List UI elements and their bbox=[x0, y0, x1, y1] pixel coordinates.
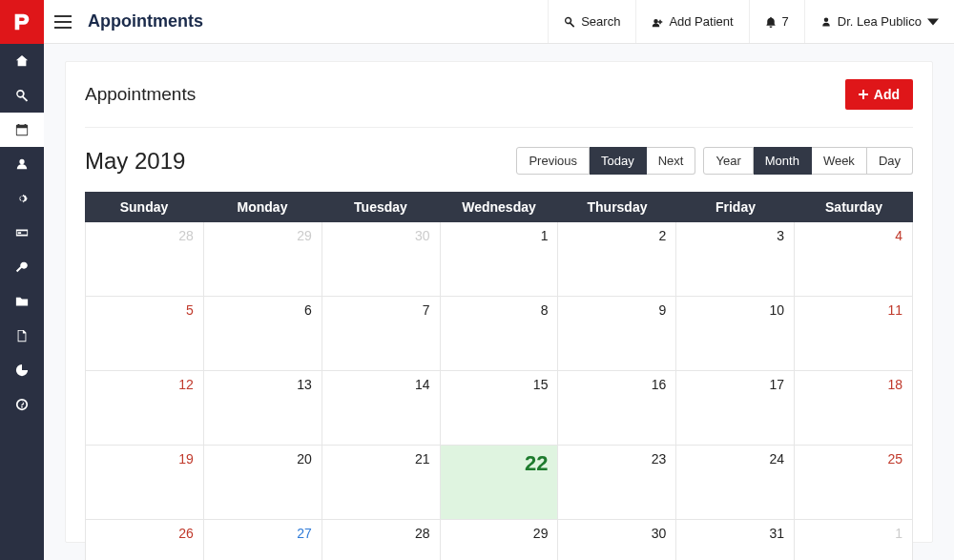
calendar-day-cell[interactable]: 13 bbox=[204, 371, 322, 446]
calendar-day-cell[interactable]: 11 bbox=[795, 297, 913, 371]
topbar: Appointments Search Add Patient 7 Dr. Le… bbox=[44, 0, 954, 44]
day-number: 28 bbox=[415, 526, 430, 541]
calendar-day-cell[interactable]: 28 bbox=[322, 520, 441, 560]
sidebar-item-documents[interactable] bbox=[0, 319, 44, 353]
day-number: 31 bbox=[770, 526, 785, 541]
day-number: 30 bbox=[652, 526, 667, 541]
today-button[interactable]: Today bbox=[590, 147, 647, 175]
calendar-day-cell[interactable]: 29 bbox=[204, 222, 322, 297]
day-number: 6 bbox=[304, 302, 312, 318]
calendar-day-cell[interactable]: 2 bbox=[558, 222, 676, 297]
day-number: 11 bbox=[887, 302, 902, 318]
calendar-day-cell[interactable]: 30 bbox=[558, 520, 676, 560]
day-header: Sunday bbox=[85, 192, 203, 222]
calendar-day-cell[interactable]: 10 bbox=[676, 297, 795, 371]
year-view-button[interactable]: Year bbox=[703, 147, 753, 175]
calendar-row: 2627282930311 bbox=[85, 520, 913, 560]
hamburger-icon bbox=[54, 15, 72, 29]
nav-button-group: Previous Today Next bbox=[516, 147, 695, 175]
sidebar-item-files[interactable] bbox=[0, 284, 44, 319]
day-number: 1 bbox=[895, 526, 902, 541]
calendar-day-cell[interactable]: 24 bbox=[676, 446, 795, 520]
calendar-day-cell[interactable]: 1 bbox=[795, 520, 913, 560]
day-number: 2 bbox=[659, 228, 667, 243]
add-button-label: Add bbox=[874, 87, 900, 102]
user-menu-button[interactable]: Dr. Lea Publico bbox=[804, 0, 954, 43]
calendar-day-cell[interactable]: 26 bbox=[85, 520, 204, 560]
calendar-day-cell[interactable]: 29 bbox=[441, 520, 559, 560]
day-view-button[interactable]: Day bbox=[867, 147, 913, 175]
day-number: 5 bbox=[186, 302, 194, 318]
bell-icon bbox=[765, 16, 777, 28]
page-title: Appointments bbox=[82, 11, 203, 31]
day-header: Friday bbox=[676, 192, 795, 222]
calendar-header: SundayMondayTuesdayWednesdayThursdayFrid… bbox=[85, 192, 913, 222]
calendar-day-cell[interactable]: 27 bbox=[204, 520, 322, 560]
calendar-day-cell[interactable]: 30 bbox=[322, 222, 441, 297]
sidebar-item-tools[interactable] bbox=[0, 250, 44, 284]
calendar-day-cell[interactable]: 22 bbox=[441, 446, 559, 520]
sidebar-item-home[interactable] bbox=[0, 44, 44, 78]
calendar-day-cell[interactable]: 23 bbox=[558, 446, 676, 520]
day-number: 20 bbox=[297, 451, 312, 467]
sidebar-item-billing[interactable] bbox=[0, 216, 44, 250]
previous-button[interactable]: Previous bbox=[516, 147, 590, 175]
calendar-day-cell[interactable]: 8 bbox=[441, 297, 559, 371]
calendar-day-cell[interactable]: 5 bbox=[85, 297, 204, 371]
notifications-button[interactable]: 7 bbox=[749, 0, 804, 43]
calendar-day-cell[interactable]: 1 bbox=[441, 222, 559, 297]
calendar-day-cell[interactable]: 9 bbox=[558, 297, 676, 371]
calendar-day-cell[interactable]: 12 bbox=[85, 371, 204, 446]
logo[interactable] bbox=[0, 0, 44, 44]
day-number: 29 bbox=[533, 526, 549, 541]
sidebar-item-patients[interactable] bbox=[0, 147, 44, 181]
plus-icon bbox=[859, 90, 868, 99]
next-button[interactable]: Next bbox=[647, 147, 696, 175]
calendar-day-cell[interactable]: 3 bbox=[676, 222, 795, 297]
calendar-row: 2829301234 bbox=[85, 222, 913, 297]
calendar-day-cell[interactable]: 7 bbox=[322, 297, 441, 371]
day-header: Wednesday bbox=[440, 192, 558, 222]
sidebar-item-help[interactable] bbox=[0, 387, 44, 422]
calendar-row: 19202122232425 bbox=[85, 446, 913, 520]
add-patient-button[interactable]: Add Patient bbox=[635, 0, 748, 43]
view-button-group: Year Month Week Day bbox=[703, 147, 913, 175]
calendar-day-cell[interactable]: 4 bbox=[795, 222, 913, 297]
calendar-day-cell[interactable]: 14 bbox=[322, 371, 441, 446]
day-number: 16 bbox=[652, 377, 667, 392]
search-icon bbox=[564, 16, 575, 28]
calendar-day-cell[interactable]: 21 bbox=[322, 446, 441, 520]
day-number: 12 bbox=[178, 377, 194, 392]
calendar-day-cell[interactable]: 18 bbox=[795, 371, 913, 446]
calendar-day-cell[interactable]: 17 bbox=[676, 371, 795, 446]
sidebar-item-search[interactable] bbox=[0, 78, 44, 113]
calendar-day-cell[interactable]: 31 bbox=[676, 520, 795, 560]
calendar-day-cell[interactable]: 6 bbox=[204, 297, 322, 371]
search-button[interactable]: Search bbox=[548, 0, 635, 43]
calendar-day-cell[interactable]: 16 bbox=[558, 371, 676, 446]
add-button[interactable]: Add bbox=[845, 79, 913, 110]
calendar-day-cell[interactable]: 19 bbox=[85, 446, 204, 520]
day-number: 24 bbox=[770, 451, 785, 467]
week-view-button[interactable]: Week bbox=[812, 147, 867, 175]
month-view-button[interactable]: Month bbox=[754, 147, 812, 175]
calendar-day-cell[interactable]: 20 bbox=[204, 446, 322, 520]
calendar-day-cell[interactable]: 28 bbox=[85, 222, 204, 297]
add-patient-label: Add Patient bbox=[669, 14, 733, 29]
calendar-toolbar: May 2019 Previous Today Next Year Month … bbox=[85, 128, 913, 192]
menu-toggle-button[interactable] bbox=[44, 15, 82, 29]
day-number: 23 bbox=[652, 451, 667, 467]
calendar-day-cell[interactable]: 25 bbox=[795, 446, 913, 520]
topbar-actions: Search Add Patient 7 Dr. Lea Publico bbox=[548, 0, 954, 43]
day-number: 18 bbox=[887, 377, 902, 392]
calendar: SundayMondayTuesdayWednesdayThursdayFrid… bbox=[85, 192, 913, 560]
day-number: 27 bbox=[297, 526, 312, 541]
calendar-row: 12131415161718 bbox=[85, 371, 913, 446]
sidebar-item-settings[interactable] bbox=[0, 181, 44, 216]
sidebar-item-appointments[interactable] bbox=[0, 113, 44, 147]
day-number: 22 bbox=[525, 451, 548, 476]
sidebar-item-reports[interactable] bbox=[0, 353, 44, 387]
day-number: 19 bbox=[178, 451, 194, 467]
main: Appointments Add May 2019 Previous Today… bbox=[44, 44, 954, 560]
calendar-day-cell[interactable]: 15 bbox=[441, 371, 559, 446]
